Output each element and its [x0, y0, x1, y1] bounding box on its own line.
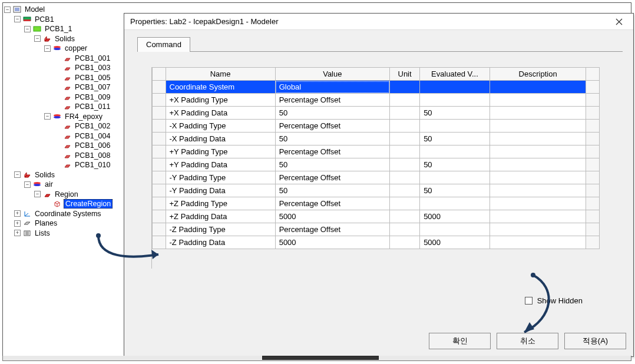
collapse-icon[interactable]: − [14, 16, 21, 22]
cell-value[interactable]: Percentage Offset [275, 94, 389, 107]
grid-row[interactable]: -Z Padding TypePercentage Offset [153, 223, 600, 236]
cell-desc[interactable] [490, 158, 586, 171]
cell-desc[interactable] [490, 210, 586, 223]
col-desc[interactable]: Description [490, 68, 586, 81]
collapse-icon[interactable]: − [44, 113, 51, 120]
cell-unit[interactable] [390, 94, 420, 107]
close-button[interactable] [607, 15, 631, 28]
tree-leaf-copper[interactable]: PCB1_011 [53, 102, 127, 112]
grid-row[interactable]: -Y Padding Data5050 [153, 184, 600, 197]
grid-row[interactable]: +Z Padding Data50005000 [153, 210, 600, 223]
tree-leaf-fr4[interactable]: PCB1_004 [53, 131, 127, 141]
cell-name[interactable]: +X Padding Data [166, 107, 275, 120]
expand-icon[interactable]: + [14, 210, 21, 217]
cell-desc[interactable] [490, 94, 586, 107]
tree-node-copper[interactable]: − copper [43, 44, 127, 54]
tree-leaf-copper[interactable]: PCB1_005 [53, 73, 127, 83]
cell-unit[interactable] [390, 133, 420, 145]
cell-eval[interactable]: 50 [420, 158, 490, 171]
cell-name[interactable]: +Y Padding Type [166, 145, 275, 158]
cell-eval[interactable] [420, 81, 490, 94]
scrollbar-thumb[interactable] [262, 356, 379, 360]
grid-row[interactable]: +X Padding Data5050 [153, 107, 600, 120]
cell-value[interactable]: Percentage Offset [275, 171, 389, 184]
cell-desc[interactable] [490, 145, 586, 158]
grid-row[interactable]: Coordinate SystemGlobal [153, 81, 600, 94]
tree-leaf-copper[interactable]: PCB1_009 [53, 92, 127, 102]
tree-node-pcb1[interactable]: − PCB1 [13, 15, 127, 25]
cell-desc[interactable] [490, 120, 586, 133]
horizontal-scrollbar[interactable] [2, 356, 631, 361]
tree-node-pcb1-1[interactable]: − PCB1_1 [23, 24, 127, 34]
cell-eval[interactable]: 50 [420, 107, 490, 120]
grid-row[interactable]: -Y Padding TypePercentage Offset [153, 171, 600, 184]
ok-button[interactable]: 확인 [429, 333, 491, 349]
cell-value[interactable]: Percentage Offset [275, 197, 389, 210]
tree-leaf-copper[interactable]: PCB1_007 [53, 82, 127, 92]
cell-value[interactable]: 50 [275, 133, 389, 145]
cell-eval[interactable]: 5000 [420, 236, 490, 249]
cell-unit[interactable] [390, 171, 420, 184]
tree-node-model[interactable]: − Model [3, 5, 127, 15]
expand-icon[interactable]: + [14, 220, 21, 227]
cell-value[interactable]: 50 [275, 158, 389, 171]
cell-unit[interactable] [390, 210, 420, 223]
grid-row[interactable]: -X Padding TypePercentage Offset [153, 120, 600, 133]
cell-name[interactable]: -Y Padding Type [166, 171, 275, 184]
cell-name[interactable]: -Z Padding Data [166, 236, 275, 249]
cell-name[interactable]: -Z Padding Type [166, 223, 275, 236]
cell-value[interactable]: 50 [275, 184, 389, 197]
cell-eval[interactable] [420, 223, 490, 236]
collapse-icon[interactable]: − [44, 45, 51, 52]
cell-desc[interactable] [490, 171, 586, 184]
cell-eval[interactable]: 50 [420, 184, 490, 197]
apply-button[interactable]: 적용(A) [564, 333, 626, 349]
cell-desc[interactable] [490, 223, 586, 236]
cell-unit[interactable] [390, 223, 420, 236]
grid-row[interactable]: -X Padding Data5050 [153, 133, 600, 145]
tree-leaf-fr4[interactable]: PCB1_002 [53, 121, 127, 131]
cell-value[interactable]: Percentage Offset [275, 223, 389, 236]
titlebar[interactable]: Properties: Lab2 - IcepakDesign1 - Model… [124, 14, 633, 30]
cell-eval[interactable]: 50 [420, 133, 490, 145]
checkbox-icon[interactable] [525, 297, 533, 305]
expand-icon[interactable]: + [14, 230, 21, 236]
cell-eval[interactable] [420, 171, 490, 184]
grid-row[interactable]: +Y Padding TypePercentage Offset [153, 145, 600, 158]
tree-node-createregion[interactable]: CreateRegion [43, 199, 127, 209]
grid-row[interactable]: -Z Padding Data50005000 [153, 236, 600, 249]
cell-eval[interactable] [420, 197, 490, 210]
cell-desc[interactable] [490, 184, 586, 197]
cell-eval[interactable] [420, 120, 490, 133]
tree-node-lists[interactable]: + Lists [13, 229, 127, 239]
cell-eval[interactable] [420, 94, 490, 107]
collapse-icon[interactable]: − [34, 35, 41, 42]
tree-leaf-fr4[interactable]: PCB1_008 [53, 151, 127, 161]
col-eval[interactable]: Evaluated V... [420, 68, 490, 81]
tree-node-air[interactable]: − air [23, 180, 127, 190]
grid-row[interactable]: +X Padding TypePercentage Offset [153, 94, 600, 107]
cell-value[interactable]: Global [275, 81, 389, 94]
cell-unit[interactable] [390, 145, 420, 158]
collapse-icon[interactable]: − [14, 171, 21, 178]
cell-name[interactable]: -Y Padding Data [166, 184, 275, 197]
cell-name[interactable]: +X Padding Type [166, 94, 275, 107]
cell-name[interactable]: +Z Padding Data [166, 210, 275, 223]
collapse-icon[interactable]: − [4, 6, 11, 13]
tree-node-planes[interactable]: + Planes [13, 219, 127, 229]
tree-node-solids2[interactable]: − Solids [13, 170, 127, 180]
grid-row[interactable]: +Z Padding TypePercentage Offset [153, 197, 600, 210]
cell-desc[interactable] [490, 236, 586, 249]
cell-unit[interactable] [390, 197, 420, 210]
collapse-icon[interactable]: − [24, 181, 31, 188]
show-hidden-option[interactable]: Show Hidden [525, 296, 583, 305]
cell-eval[interactable]: 5000 [420, 210, 490, 223]
cancel-button[interactable]: 취소 [497, 333, 558, 349]
cell-desc[interactable] [490, 197, 586, 210]
collapse-icon[interactable]: − [34, 191, 41, 197]
cell-value[interactable]: 50 [275, 107, 389, 120]
cell-name[interactable]: +Y Padding Data [166, 158, 275, 171]
cell-eval[interactable] [420, 145, 490, 158]
property-grid[interactable]: Name Value Unit Evaluated V... Descripti… [151, 67, 623, 269]
tab-command[interactable]: Command [137, 37, 190, 52]
